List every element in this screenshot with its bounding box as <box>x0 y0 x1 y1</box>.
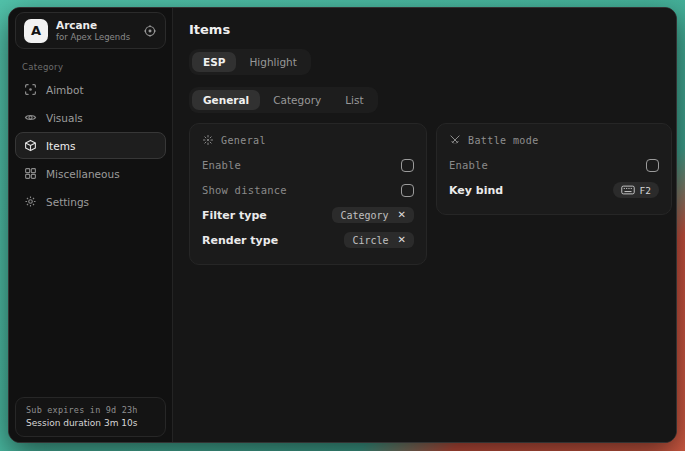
sidebar-item-label: Visuals <box>46 112 83 124</box>
panel-title: Battle mode <box>468 135 539 146</box>
sidebar-nav: Aimbot Visuals Items Miscellaneous <box>9 76 172 215</box>
render-type-label: Render type <box>202 234 278 247</box>
keybind-label: Key bind <box>449 184 503 197</box>
render-type-row: Render type Circle ✕ <box>202 228 414 252</box>
mode-tabs: ESP Highlight <box>189 49 311 75</box>
filter-type-row: Filter type Category ✕ <box>202 203 414 227</box>
tab-list[interactable]: List <box>334 90 374 110</box>
battle-enable-label: Enable <box>449 159 488 171</box>
filter-type-label: Filter type <box>202 209 267 222</box>
show-distance-row: Show distance <box>202 178 414 202</box>
panels-row: General Enable Show distance Filter type… <box>189 123 672 265</box>
sidebar-item-miscellaneous[interactable]: Miscellaneous <box>15 160 166 187</box>
tab-esp[interactable]: ESP <box>192 52 236 72</box>
sparkle-icon <box>202 134 214 146</box>
general-panel-header: General <box>202 134 414 146</box>
tab-highlight[interactable]: Highlight <box>238 52 307 72</box>
sub-expiry-text: Sub expires in 9d 23h <box>26 403 155 417</box>
show-distance-checkbox[interactable] <box>401 184 414 197</box>
filter-type-select[interactable]: Category ✕ <box>332 207 414 223</box>
app-name: Arcane <box>56 19 130 32</box>
cube-icon <box>24 139 37 152</box>
eye-icon <box>24 111 37 124</box>
swords-icon <box>449 134 461 146</box>
session-duration-text: Session duration 3m 10s <box>26 417 155 430</box>
sidebar-item-label: Miscellaneous <box>46 168 120 180</box>
main-content: Items ESP Highlight General Category Lis… <box>173 8 677 442</box>
clear-icon[interactable]: ✕ <box>398 235 406 245</box>
general-panel: General Enable Show distance Filter type… <box>189 123 427 265</box>
enable-label: Enable <box>202 159 241 171</box>
keyboard-icon <box>621 185 635 195</box>
sidebar-item-label: Items <box>46 140 75 152</box>
clear-icon[interactable]: ✕ <box>398 210 406 220</box>
gear-icon <box>24 195 37 208</box>
view-tabs: General Category List <box>189 87 378 113</box>
crosshair-icon <box>24 83 37 96</box>
filter-type-value: Category <box>340 210 388 221</box>
brand-card: A Arcane for Apex Legends <box>15 12 166 49</box>
battle-mode-panel: Battle mode Enable Key bind F2 <box>436 123 672 215</box>
page-title: Items <box>189 22 672 37</box>
sidebar-item-label: Aimbot <box>46 84 84 96</box>
sidebar-item-settings[interactable]: Settings <box>15 188 166 215</box>
tab-category[interactable]: Category <box>262 90 332 110</box>
sidebar-item-label: Settings <box>46 196 89 208</box>
app-logo: A <box>24 19 48 43</box>
tab-general[interactable]: General <box>192 90 260 110</box>
enable-checkbox[interactable] <box>401 159 414 172</box>
sidebar-item-items[interactable]: Items <box>15 132 166 159</box>
category-label: Category <box>22 62 172 72</box>
render-type-select[interactable]: Circle ✕ <box>344 232 414 248</box>
keybind-value: F2 <box>640 185 651 196</box>
show-distance-label: Show distance <box>202 184 287 196</box>
subscription-info: Sub expires in 9d 23h Session duration 3… <box>15 397 166 437</box>
sidebar-item-visuals[interactable]: Visuals <box>15 104 166 131</box>
enable-row: Enable <box>202 153 414 177</box>
battle-enable-row: Enable <box>449 153 659 177</box>
keybind-row: Key bind F2 <box>449 178 659 202</box>
keybind-button[interactable]: F2 <box>613 182 659 198</box>
battle-mode-panel-header: Battle mode <box>449 134 659 146</box>
discord-icon[interactable] <box>143 24 157 38</box>
panel-title: General <box>221 135 266 146</box>
battle-enable-checkbox[interactable] <box>646 159 659 172</box>
grid-icon <box>24 167 37 180</box>
app-subtitle: for Apex Legends <box>56 32 130 43</box>
app-window: A Arcane for Apex Legends Category Aimbo… <box>8 7 677 443</box>
render-type-value: Circle <box>352 235 388 246</box>
brand-text: Arcane for Apex Legends <box>56 19 130 43</box>
sidebar: A Arcane for Apex Legends Category Aimbo… <box>9 8 173 442</box>
sidebar-item-aimbot[interactable]: Aimbot <box>15 76 166 103</box>
